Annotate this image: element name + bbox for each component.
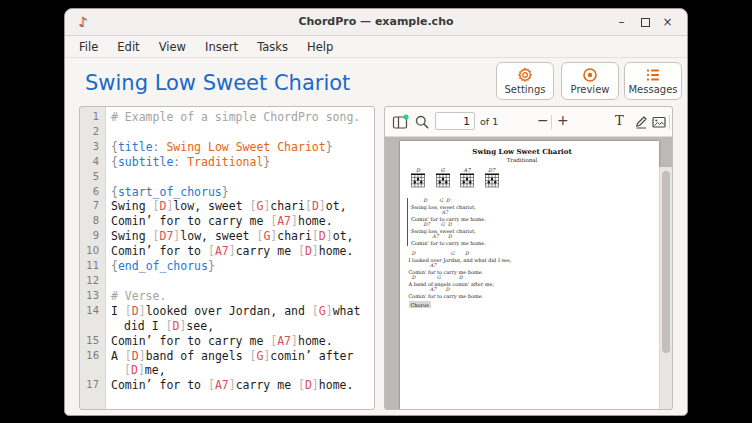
line-number: 13 (80, 289, 105, 304)
code-text: Comin’ for to [A7]carry me [D]home. (105, 378, 374, 393)
code-text (105, 170, 374, 185)
song-line: A7Comin’ for to carry me home. (409, 263, 512, 275)
maximize-icon (641, 18, 650, 27)
line-number: 1 (80, 110, 105, 125)
settings-button[interactable]: Settings (496, 62, 554, 100)
code-text: # Example of a simple ChordPro song. (105, 110, 374, 125)
line-number: 9 (80, 229, 105, 244)
code-text (105, 274, 374, 289)
menu-insert[interactable]: Insert (198, 36, 245, 54)
song-line: D7 G DSwing low, sweet chariot, (411, 222, 486, 234)
code-text: A [D]band of angels [G]comin’ after [D]m… (105, 349, 374, 379)
editor-line: 12 (80, 274, 374, 289)
line-number: 10 (80, 244, 105, 259)
titlebar: ♪ ChordPro — example.cho – × (65, 9, 687, 36)
toolbar-divider (551, 115, 552, 129)
line-number: 8 (80, 214, 105, 229)
editor-line: 6{start_of_chorus} (80, 185, 374, 200)
maximize-button[interactable] (636, 13, 655, 32)
code-text: Swing [D7]low, sweet [G]chari[D]ot, (105, 229, 374, 244)
line-number: 14 (80, 304, 105, 319)
pdf-viewer-area: Swing Low Sweet Chariot Traditional DGA7… (385, 137, 672, 410)
editor-line: 17Comin’ for to [A7]carry me [D]home. (80, 378, 374, 393)
zoom-in-button[interactable]: + (557, 112, 569, 128)
line-number: 17 (80, 378, 105, 393)
page-count-label: of 1 (480, 116, 498, 127)
list-icon (645, 67, 661, 83)
sidebar-toggle-icon[interactable] (392, 114, 408, 130)
search-icon[interactable] (414, 114, 430, 130)
menu-tasks[interactable]: Tasks (250, 36, 295, 54)
song-title: Swing Low Sweet Chariot (85, 71, 350, 95)
code-text: {title: Swing Low Sweet Chariot} (105, 140, 374, 155)
pdf-chorus-section: D G DSwing low, sweet chariot, A7Comin’ … (407, 198, 486, 246)
song-line: D G DSwing low, sweet chariot, (411, 198, 486, 210)
menu-edit[interactable]: Edit (110, 36, 146, 54)
window-title: ChordPro — example.cho (65, 15, 687, 28)
code-text: # Verse. (105, 289, 374, 304)
editor-line: 4{subtitle: Traditional} (80, 155, 374, 170)
minimize-button[interactable]: – (612, 13, 631, 32)
eye-icon (582, 67, 598, 83)
code-text: Comin’ for to carry me [A7]home. (105, 214, 374, 229)
code-text: I [D]looked over Jordan, and [G]what did… (105, 304, 374, 334)
editor-line: 2 (80, 125, 374, 140)
editor-line: 10Comin’ for to [A7]carry me [D]home. (80, 244, 374, 259)
menu-help[interactable]: Help (300, 36, 340, 54)
line-number: 11 (80, 259, 105, 274)
editor-line: 14I [D]looked over Jordan, and [G]what d… (80, 304, 374, 334)
chordpro-editor[interactable]: 1# Example of a simple ChordPro song.2 3… (79, 106, 375, 410)
menu-view[interactable]: View (152, 36, 193, 54)
pencil-tool-icon[interactable] (633, 114, 649, 130)
chord-diagrams: DGA7D7 (410, 167, 500, 188)
preview-button[interactable]: Preview (561, 62, 619, 100)
editor-lines: 1# Example of a simple ChordPro song.2 3… (80, 110, 374, 393)
code-text: {start_of_chorus} (105, 185, 374, 200)
image-tool-icon[interactable] (651, 114, 667, 130)
pdf-toolbar: of 1 − + T » (385, 107, 672, 137)
line-number: 16 (80, 349, 105, 364)
close-button[interactable]: × (658, 13, 677, 32)
messages-label: Messages (625, 84, 681, 95)
menu-file[interactable]: File (72, 36, 105, 54)
editor-line: 7Swing [D]low, sweet [G]chari[D]ot, (80, 199, 374, 214)
page-number-input[interactable] (435, 112, 475, 130)
app-window: ♪ ChordPro — example.cho – × File Edit V… (64, 8, 688, 416)
pdf-preview-pane: of 1 − + T » Swing Low Sweet Chariot Tra… (384, 106, 673, 410)
chord-diagram-A7: A7 (459, 167, 475, 188)
chorus-recall-tag: Chorus (409, 301, 431, 308)
chord-diagram-G: G (435, 167, 451, 188)
song-line: A7 DComin’ for to carry me home. (411, 234, 486, 246)
preview-scrollbar-thumb[interactable] (662, 171, 670, 353)
line-number: 7 (80, 199, 105, 214)
gear-icon (517, 67, 533, 83)
chord-diagram-D7: D7 (484, 167, 500, 188)
preview-scrollbar[interactable] (659, 167, 672, 410)
line-number: 5 (80, 170, 105, 185)
code-text: {subtitle: Traditional} (105, 155, 374, 170)
menubar: File Edit View Insert Tasks Help (65, 36, 687, 58)
code-text: Comin’ for to [A7]carry me [D]home. (105, 244, 374, 259)
editor-line: 16A [D]band of angels [G]comin’ after [D… (80, 349, 374, 379)
code-text: {end_of_chorus} (105, 259, 374, 274)
song-line: D G DI looked over Jordan, and what did … (409, 251, 512, 263)
editor-line: 9Swing [D7]low, sweet [G]chari[D]ot, (80, 229, 374, 244)
editor-line: 8Comin’ for to carry me [A7]home. (80, 214, 374, 229)
text-tool-button[interactable]: T (615, 113, 624, 128)
editor-line: 3{title: Swing Low Sweet Chariot} (80, 140, 374, 155)
line-number: 4 (80, 155, 105, 170)
messages-button[interactable]: Messages (624, 62, 682, 100)
pdf-song-title: Swing Low Sweet Chariot (400, 147, 644, 156)
zoom-out-button[interactable]: − (537, 112, 549, 128)
editor-line: 13# Verse. (80, 289, 374, 304)
editor-line: 11{end_of_chorus} (80, 259, 374, 274)
song-line: D G DA band of angels comin’ after me, (409, 275, 512, 287)
settings-label: Settings (497, 84, 553, 95)
toolbar-divider-2 (669, 115, 670, 129)
code-text: Comin’ for to carry me [A7]home. (105, 334, 374, 349)
code-text (105, 125, 374, 140)
code-text: Swing [D]low, sweet [G]chari[D]ot, (105, 199, 374, 214)
line-number: 3 (80, 140, 105, 155)
pdf-verse-section: D G DI looked over Jordan, and what did … (409, 251, 512, 299)
line-number: 6 (80, 185, 105, 200)
